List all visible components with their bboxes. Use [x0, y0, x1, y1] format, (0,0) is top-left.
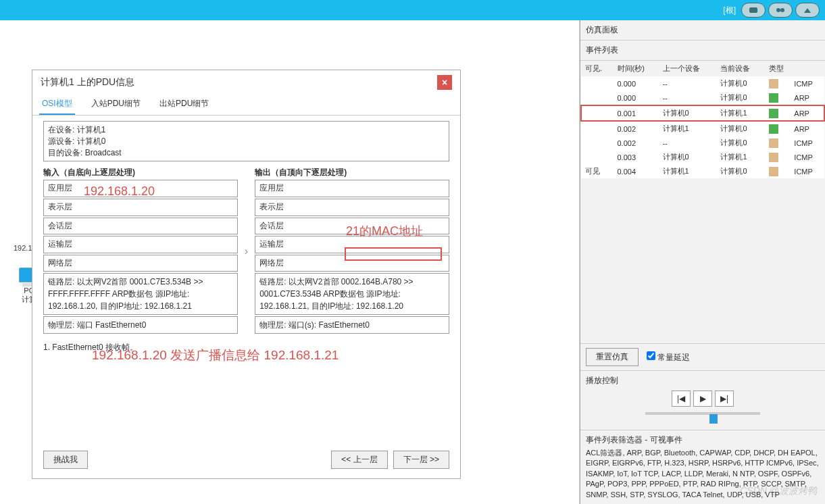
out-phys-layer[interactable]: 物理层: 端口(s): FastEthernet0: [255, 316, 449, 334]
event-row[interactable]: 0.001计算机0计算机1ARP: [581, 105, 824, 121]
reset-row: 重置仿真 常量延迟: [580, 343, 825, 370]
dialog-titlebar[interactable]: 计算机1 上的PDU信息 ×: [32, 70, 460, 94]
close-button[interactable]: ×: [437, 75, 452, 90]
device-info-box: 在设备: 计算机1 源设备: 计算机0 目的设备: Broadcast: [43, 121, 449, 161]
event-row[interactable]: 可见0.004计算机1计算机0ICMP: [581, 164, 824, 178]
play-button[interactable]: ▶: [693, 390, 712, 407]
constant-delay-checkbox[interactable]: 常量延迟: [647, 351, 690, 363]
workspace-canvas[interactable]: 192.1 PC 计算 计算机1 上的PDU信息 × OSI模型 入站PDU细节…: [0, 20, 580, 504]
event-row[interactable]: 0.003计算机0计算机1ICMP: [581, 150, 824, 164]
out-app-layer[interactable]: 应用层: [255, 180, 449, 197]
in-sess-layer[interactable]: 会话层: [43, 218, 238, 235]
dialog-tabs: OSI模型 入站PDU细节 出站PDU细节: [32, 94, 460, 116]
pdu-info-dialog: 计算机1 上的PDU信息 × OSI模型 入站PDU细节 出站PDU细节 在设备…: [32, 70, 461, 479]
in-net-layer[interactable]: 网络层: [43, 255, 238, 272]
play-control-section: 播放控制 |◀ ▶ ▶|: [580, 370, 825, 430]
prev-layer-button[interactable]: << 上一层: [331, 451, 387, 469]
toolbar-pill-2[interactable]: [768, 3, 793, 18]
annotation-mac21: 21的MAC地址: [346, 223, 423, 239]
svg-point-2: [780, 8, 784, 12]
toolbar-pill-1[interactable]: [741, 3, 766, 18]
event-row[interactable]: 0.002计算机1计算机0ARP: [581, 121, 824, 136]
annotation-ip20: 192.168.1.20: [84, 184, 155, 199]
annotation-broadcast: 192.168.1.20 发送广播信息给 192.168.1.21: [92, 347, 339, 364]
in-pres-layer[interactable]: 表示层: [43, 199, 238, 216]
in-trans-layer[interactable]: 运输层: [43, 236, 238, 253]
event-row[interactable]: 0.002--计算机0ICMP: [581, 136, 824, 150]
svg-rect-0: [749, 7, 757, 13]
event-list-title: 事件列表: [580, 41, 825, 61]
challenge-button[interactable]: 挑战我: [43, 451, 88, 469]
speed-slider[interactable]: [645, 412, 760, 426]
toolbar-pill-3[interactable]: [795, 3, 820, 18]
watermark: CSDN @波波烤鸭: [740, 485, 817, 497]
event-row[interactable]: 0.000--计算机0ICMP: [581, 76, 824, 91]
tab-outbound[interactable]: 出站PDU细节: [157, 94, 211, 115]
arrow-icon: ›: [245, 167, 248, 335]
step-back-button[interactable]: |◀: [672, 390, 691, 407]
out-link-layer[interactable]: 链路层: 以太网V2首部 0002.164B.A780 >> 0001.C7E3…: [255, 273, 449, 315]
svg-point-1: [776, 8, 780, 12]
next-layer-button[interactable]: 下一层 >>: [393, 451, 449, 469]
simulation-panel: 仿真面板 事件列表 可见. 时间(秒) 上一个设备 当前设备 类型 0.000-…: [580, 20, 825, 504]
in-phys-layer[interactable]: 物理层: 端口 FastEthernet0: [43, 316, 238, 334]
tab-osi-model[interactable]: OSI模型: [39, 94, 75, 115]
out-pres-layer[interactable]: 表示层: [255, 199, 449, 216]
event-table: 可见. 时间(秒) 上一个设备 当前设备 类型 0.000--计算机0ICMP0…: [580, 61, 825, 178]
dialog-title-text: 计算机1 上的PDU信息: [41, 76, 134, 89]
in-link-layer[interactable]: 链路层: 以太网V2首部 0001.C7E3.534B >> FFFF.FFFF…: [43, 273, 238, 315]
event-row[interactable]: 0.000--计算机0ARP: [581, 91, 824, 105]
annotation-box-mac: [345, 247, 442, 261]
step-forward-button[interactable]: ▶|: [715, 390, 734, 407]
root-label: [根]: [723, 5, 736, 16]
top-toolbar: [根]: [0, 0, 825, 20]
reset-simulation-button[interactable]: 重置仿真: [586, 348, 639, 366]
tab-inbound[interactable]: 入站PDU细节: [89, 94, 143, 115]
sim-panel-title: 仿真面板: [580, 20, 825, 41]
